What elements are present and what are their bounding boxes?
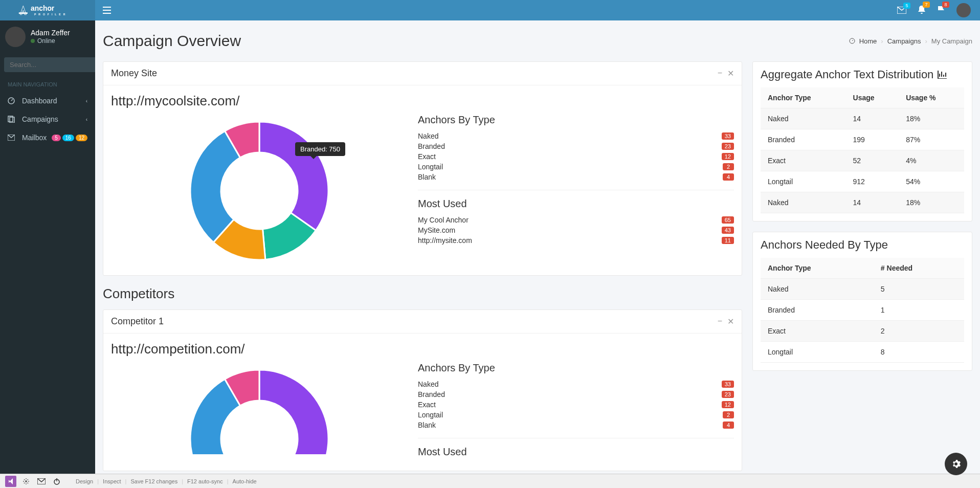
bell-icon[interactable]: 7 [918, 6, 926, 15]
anchor-count-badge: 65 [722, 216, 734, 224]
anchor-row: Naked33 [418, 131, 734, 141]
close-icon[interactable]: ✕ [727, 317, 734, 326]
anchor-label: Naked [418, 380, 722, 388]
search-input[interactable] [4, 57, 95, 72]
tray-inspect[interactable]: Inspect [103, 478, 121, 484]
competitors-title: Competitors [103, 286, 742, 302]
anchor-count-badge: 4 [723, 173, 734, 181]
nav-label: Mailbox [22, 134, 47, 142]
anchor-row: Blank4 [418, 172, 734, 182]
donut-chart: Branded: 750 [111, 114, 408, 268]
competitor-box: Competitor 1 − ✕ http://competition.com/… [103, 309, 742, 471]
breadcrumb-home[interactable]: Home [859, 37, 877, 45]
th: Usage [846, 87, 899, 108]
anchor-row: Naked33 [418, 379, 734, 389]
table-row: Exact2 [761, 321, 964, 342]
collapse-icon[interactable]: − [718, 317, 722, 326]
envelope-icon[interactable] [36, 476, 47, 487]
tray-design[interactable]: Design [76, 478, 93, 484]
anchor-count-badge: 43 [722, 227, 734, 234]
table-row: Naked5 [761, 279, 964, 300]
user-avatar-top[interactable] [956, 3, 971, 17]
power-icon[interactable] [51, 476, 62, 487]
vs-icon[interactable] [5, 476, 16, 487]
settings-fab[interactable] [945, 453, 967, 475]
nav-campaigns[interactable]: Campaigns ‹ [0, 110, 95, 128]
anchor-label: My Cool Anchor [418, 216, 722, 224]
site-url: http://mycoolsite.com/ [111, 93, 734, 109]
table-row: Longtail91254% [761, 171, 964, 192]
svg-rect-0 [19, 12, 28, 14]
collapse-icon[interactable]: − [718, 69, 722, 78]
chart-tooltip: Branded: 750 [295, 142, 345, 156]
anchor-count-badge: 33 [722, 132, 734, 140]
th: Usage % [899, 87, 964, 108]
chevron-left-icon: ‹ [86, 98, 87, 104]
anchor-label: Branded [418, 142, 722, 150]
nav-mailbox[interactable]: Mailbox 5 16 12 [0, 128, 95, 147]
chevron-right-icon: › [925, 37, 927, 45]
anchor-label: Branded [418, 390, 722, 398]
user-avatar[interactable] [5, 27, 26, 47]
anchor-label: MySite.com [418, 226, 722, 234]
gear-icon[interactable] [20, 476, 32, 487]
anchor-label: Exact [418, 152, 722, 161]
svg-text:anchor: anchor [31, 4, 55, 12]
aggregate-title: Aggregate Anchor Text Distribution [761, 68, 933, 81]
table-row: Naked1418% [761, 192, 964, 213]
needed-title: Anchors Needed By Type [761, 238, 888, 252]
breadcrumb-current: My Campaign [931, 37, 972, 45]
mail-icon[interactable]: 5 [897, 7, 906, 14]
flag-icon[interactable]: 8 [937, 6, 945, 15]
aggregate-table: Anchor Type Usage Usage % Naked1418%Bran… [761, 87, 964, 213]
tray-autohide[interactable]: Auto-hide [233, 478, 257, 484]
topbar: anchorP R O F I L E R 5 7 8 [0, 0, 980, 20]
breadcrumb-campaigns[interactable]: Campaigns [887, 37, 921, 45]
nav-dashboard[interactable]: Dashboard ‹ [0, 92, 95, 110]
anchor-label: Longtail [418, 163, 723, 171]
anchors-by-type-title: Anchors By Type [418, 362, 734, 374]
status-dot-icon [31, 39, 35, 43]
donut-slice[interactable] [259, 370, 328, 454]
box-title: Money Site [111, 68, 157, 79]
th: Anchor Type [761, 258, 874, 279]
anchor-label: Longtail [418, 411, 723, 419]
tray-sync[interactable]: F12 auto-sync [187, 478, 223, 484]
page-title: Campaign Overview [103, 32, 241, 50]
svg-point-9 [25, 480, 27, 482]
envelope-icon [8, 135, 17, 141]
needed-box: Anchors Needed By Type Anchor Type # Nee… [752, 232, 972, 371]
anchor-count-badge: 33 [722, 381, 734, 388]
th: # Needed [874, 258, 964, 279]
anchor-row: Exact12 [418, 151, 734, 162]
svg-text:P R O F I L E R: P R O F I L E R [34, 13, 66, 16]
anchor-count-badge: 2 [723, 163, 734, 170]
anchor-count-badge: 23 [722, 391, 734, 398]
user-name: Adam Zeffer [31, 29, 70, 37]
anchor-row: http://mysite.com11 [418, 235, 734, 246]
table-row: Branded19987% [761, 129, 964, 150]
logo[interactable]: anchorP R O F I L E R [0, 0, 95, 20]
breadcrumb: Home › Campaigns › My Campaign [849, 37, 972, 45]
anchor-row: MySite.com43 [418, 225, 734, 235]
anchor-count-badge: 4 [723, 422, 734, 429]
close-icon[interactable]: ✕ [727, 69, 734, 78]
user-status: Online [31, 37, 70, 45]
anchor-count-badge: 12 [722, 153, 734, 160]
mail-badge: 5 [903, 3, 910, 9]
flag-badge: 8 [942, 2, 949, 8]
anchor-label: Exact [418, 401, 722, 409]
sidebar-toggle[interactable] [95, 7, 119, 14]
tray-save[interactable]: Save F12 changes [130, 478, 177, 484]
anchor-row: Branded23 [418, 389, 734, 400]
anchor-row: Branded23 [418, 141, 734, 151]
nav-badge: 5 [52, 135, 61, 141]
money-site-box: Money Site − ✕ http://mycoolsite.com/ Br… [103, 61, 742, 276]
anchor-count-badge: 11 [722, 237, 734, 244]
anchor-label: http://mysite.com [418, 236, 722, 245]
chevron-right-icon: › [881, 37, 883, 45]
anchor-row: My Cool Anchor65 [418, 215, 734, 225]
nav-label: Campaigns [22, 115, 58, 123]
anchor-row: Blank4 [418, 420, 734, 430]
anchor-label: Naked [418, 132, 722, 140]
